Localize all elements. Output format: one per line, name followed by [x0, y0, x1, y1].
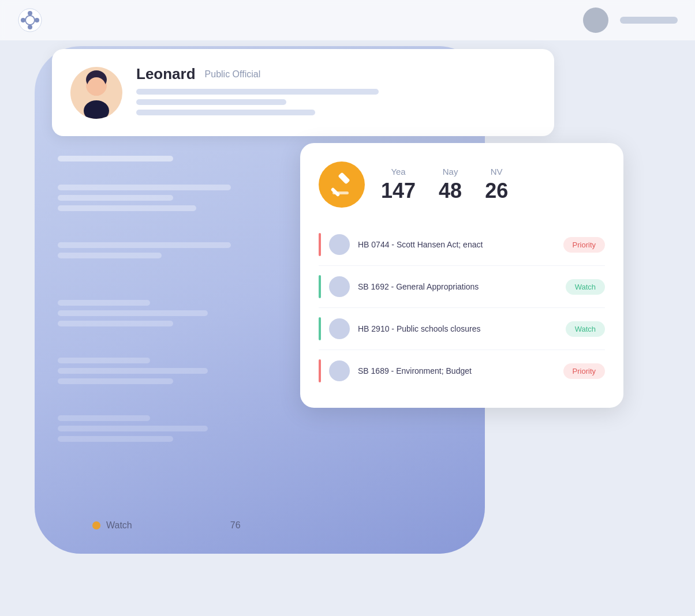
yea-label: Yea: [381, 167, 416, 176]
bg-lines-2: [58, 185, 231, 216]
bill-badge-priority[interactable]: Priority: [563, 363, 605, 379]
yea-value: 147: [381, 179, 416, 203]
profile-role: Public Official: [205, 69, 261, 80]
bill-badge-watch[interactable]: Watch: [566, 279, 605, 295]
bill-indicator: [319, 359, 321, 382]
bill-item[interactable]: HB 0744 - Scott Hansen Act; enact Priori…: [319, 224, 605, 265]
bg-lines-6: [58, 415, 208, 446]
nav-avatar[interactable]: [583, 7, 608, 33]
voting-stats: Yea 147 Nay 48 NV 26: [381, 167, 508, 203]
bill-name: SB 1689 - Environment; Budget: [358, 366, 555, 375]
profile-name: Leonard: [136, 65, 196, 83]
bg-lines-4: [58, 300, 208, 331]
svg-point-10: [84, 100, 109, 119]
profile-line-1: [136, 89, 379, 95]
bill-indicator: [319, 233, 321, 256]
profile-card: Leonard Public Official: [52, 49, 554, 136]
bg-lines-5: [58, 358, 208, 389]
bill-item[interactable]: HB 2910 - Public schools closures Watch: [319, 307, 605, 350]
svg-rect-11: [338, 172, 350, 184]
voting-card: Yea 147 Nay 48 NV 26 HB 0744 - Scott Han…: [300, 143, 623, 408]
nay-stat: Nay 48: [439, 167, 462, 203]
profile-info: Leonard Public Official: [136, 65, 536, 120]
nv-label: NV: [485, 167, 508, 176]
watch-label: Watch: [106, 520, 132, 531]
bill-dot: [329, 318, 350, 339]
svg-point-2: [28, 11, 32, 16]
bill-item[interactable]: SB 1692 - General Appropriations Watch: [319, 265, 605, 307]
svg-point-5: [35, 18, 39, 22]
nay-label: Nay: [439, 167, 462, 176]
yea-stat: Yea 147: [381, 167, 416, 203]
svg-point-9: [87, 77, 106, 96]
bill-indicator: [319, 275, 321, 298]
nav-logo-icon[interactable]: [17, 7, 43, 33]
bill-indicator: [319, 317, 321, 340]
profile-name-row: Leonard Public Official: [136, 65, 536, 83]
watch-count: 76: [230, 520, 241, 531]
svg-rect-13: [332, 191, 349, 194]
bill-dot: [329, 276, 350, 297]
nv-stat: NV 26: [485, 167, 508, 203]
svg-point-4: [21, 18, 25, 22]
nv-value: 26: [485, 179, 508, 203]
bg-lines-1: [58, 156, 173, 166]
bill-list: HB 0744 - Scott Hansen Act; enact Priori…: [319, 224, 605, 392]
watch-dot-icon: [92, 521, 100, 529]
voting-header: Yea 147 Nay 48 NV 26: [319, 161, 605, 208]
bg-lines-3: [58, 242, 231, 263]
nav-user-name: [620, 17, 678, 24]
gavel-icon: [319, 161, 365, 208]
bill-name: HB 0744 - Scott Hansen Act; enact: [358, 240, 555, 249]
profile-avatar: [70, 67, 122, 119]
profile-line-2: [136, 99, 286, 105]
top-navigation: [0, 0, 695, 40]
bottom-watch-section: Watch 76: [92, 520, 241, 531]
bill-item[interactable]: SB 1689 - Environment; Budget Priority: [319, 350, 605, 392]
bill-name: SB 1692 - General Appropriations: [358, 282, 558, 291]
profile-line-3: [136, 110, 315, 115]
bill-dot: [329, 234, 350, 255]
svg-point-3: [28, 25, 32, 29]
bill-badge-priority[interactable]: Priority: [563, 237, 605, 253]
bill-badge-watch[interactable]: Watch: [566, 321, 605, 337]
bill-name: HB 2910 - Public schools closures: [358, 324, 558, 333]
bill-dot: [329, 360, 350, 381]
nay-value: 48: [439, 179, 462, 203]
